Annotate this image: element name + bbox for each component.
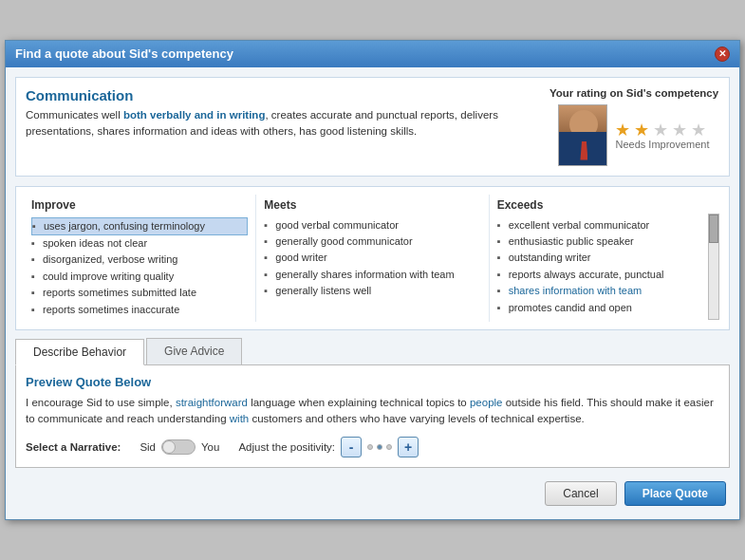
highlight-text: with xyxy=(230,413,249,424)
pos-dot-1 xyxy=(367,444,373,450)
list-item[interactable]: generally good communicator xyxy=(264,233,480,250)
close-button[interactable]: ✕ xyxy=(715,47,730,62)
pos-dot-3 xyxy=(386,444,392,450)
list-item[interactable]: good verbal communicator xyxy=(264,217,480,233)
dialog-title-bar: Find a quote about Sid's competency ✕ xyxy=(6,41,739,67)
narrator-sid: Sid xyxy=(140,441,156,453)
list-item[interactable]: promotes candid and open xyxy=(497,300,700,316)
behavior-section: Improve uses jargon, confusing terminolo… xyxy=(15,186,730,330)
tab-bar: Describe Behavior Give Advice xyxy=(15,338,730,364)
tab-give-advice[interactable]: Give Advice xyxy=(146,338,242,364)
rating-text: Needs Improvement xyxy=(615,139,709,150)
dialog-body: Communication Communicates well both ver… xyxy=(6,67,739,520)
meets-list: good verbal communicator generally good … xyxy=(264,217,480,300)
list-item[interactable]: spoken ideas not clear xyxy=(31,235,248,252)
exceeds-list: excellent verbal communicator enthusiast… xyxy=(497,217,714,316)
tab-describe-behavior[interactable]: Describe Behavior xyxy=(15,339,144,365)
narrative-label-wrap: Select a Narrative: xyxy=(26,440,121,454)
scrollbar-thumb[interactable] xyxy=(709,215,718,243)
list-item[interactable]: reports sometimes submitted late xyxy=(31,285,248,301)
narrative-toggle: Sid You xyxy=(140,439,219,455)
dialog-title: Find a quote about Sid's competency xyxy=(15,47,233,61)
list-item[interactable]: outstanding writer xyxy=(497,250,700,266)
footer-bar: Cancel Place Quote xyxy=(15,476,730,510)
preview-section: Preview Quote Below I encourage Sid to u… xyxy=(15,364,730,469)
behavior-col-exceeds: Exceeds excellent verbal communicator en… xyxy=(490,195,721,322)
place-quote-button[interactable]: Place Quote xyxy=(624,481,726,506)
star-5: ★ xyxy=(691,120,708,137)
list-item[interactable]: shares information with team xyxy=(497,283,700,299)
pos-dot-2 xyxy=(377,444,382,450)
list-item[interactable]: reports always accurate, punctual xyxy=(497,267,700,283)
rating-area: ★ ★ ★ ★ ★ Needs Improvement xyxy=(549,104,719,166)
toggle-knob xyxy=(162,440,176,454)
competency-section: Communication Communicates well both ver… xyxy=(15,77,730,177)
highlight-text: straightforward xyxy=(176,397,248,408)
competency-info: Communication Communicates well both ver… xyxy=(26,87,519,140)
star-1: ★ xyxy=(615,120,632,137)
highlight-text: people xyxy=(470,397,503,408)
avatar xyxy=(558,104,607,166)
competency-description: Communicates well both verbally and in w… xyxy=(26,107,519,140)
narrative-switch[interactable] xyxy=(161,439,196,455)
list-item[interactable]: good writer xyxy=(264,250,480,266)
list-item[interactable]: disorganized, verbose writing xyxy=(31,252,248,268)
rating-label: Your rating on Sid's competency xyxy=(549,87,719,99)
find-quote-dialog: Find a quote about Sid's competency ✕ Co… xyxy=(5,40,740,521)
rating-section: Your rating on Sid's competency ★ xyxy=(549,87,719,166)
star-3: ★ xyxy=(653,120,670,137)
cancel-button[interactable]: Cancel xyxy=(545,481,616,506)
exceeds-heading: Exceeds xyxy=(497,198,714,212)
avatar-body xyxy=(559,132,606,165)
positivity-decrease-button[interactable]: - xyxy=(341,437,362,457)
star-2: ★ xyxy=(634,120,651,137)
positivity-row: Adjust the positivity: - + xyxy=(238,437,419,457)
stars-area: ★ ★ ★ ★ ★ Needs Improvement xyxy=(615,120,709,150)
meets-heading: Meets xyxy=(264,198,480,212)
narrative-row: Select a Narrative: Sid You Adjust the p… xyxy=(26,437,719,457)
behavior-col-meets: Meets good verbal communicator generally… xyxy=(256,195,489,322)
behavior-col-improve: Improve uses jargon, confusing terminolo… xyxy=(24,195,256,322)
improve-list: uses jargon, confusing terminology spoke… xyxy=(31,217,248,318)
positivity-label: Adjust the positivity: xyxy=(238,441,335,453)
list-item[interactable]: excellent verbal communicator xyxy=(497,217,700,233)
narrator-you: You xyxy=(201,441,219,453)
scrollbar[interactable] xyxy=(708,214,719,320)
competency-name: Communication xyxy=(26,87,519,103)
star-4: ★ xyxy=(672,120,689,137)
highlight-text: both verbally and in writing xyxy=(123,109,266,121)
list-item[interactable]: enthusiastic public speaker xyxy=(497,233,700,250)
list-item[interactable]: uses jargon, confusing terminology xyxy=(31,217,248,235)
preview-heading: Preview Quote Below xyxy=(26,375,719,389)
list-item[interactable]: generally shares information with team xyxy=(264,267,480,283)
positivity-dots xyxy=(367,444,392,450)
list-item[interactable]: could improve writing quality xyxy=(31,269,248,285)
positivity-increase-button[interactable]: + xyxy=(398,437,419,457)
list-item[interactable]: generally listens well xyxy=(264,283,480,299)
avatar-tie xyxy=(580,141,587,160)
preview-text: I encourage Sid to use simple, straightf… xyxy=(26,395,719,428)
improve-heading: Improve xyxy=(31,198,248,212)
list-item[interactable]: reports sometimes inaccurate xyxy=(31,302,248,318)
star-rating: ★ ★ ★ ★ ★ xyxy=(615,120,709,137)
narrative-label: Select a Narrative: xyxy=(26,441,121,453)
avatar-image xyxy=(559,105,606,165)
